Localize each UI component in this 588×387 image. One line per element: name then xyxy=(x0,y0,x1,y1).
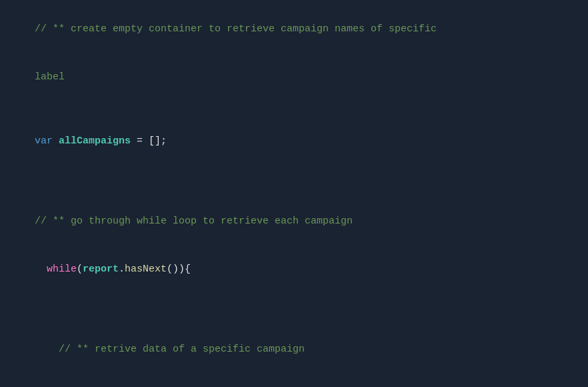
empty-line-9 xyxy=(0,294,588,310)
code-line-1: // ** create empty container to retrieve… xyxy=(0,5,588,53)
punct-open-paren: ( xyxy=(77,264,83,275)
code-editor: // ** create empty container to retrieve… xyxy=(0,0,588,387)
comment-text: // ** create empty container to retrieve… xyxy=(35,23,437,35)
empty-line-10 xyxy=(0,310,588,326)
comment-while-loop: // ** go through while loop to retrieve … xyxy=(35,216,353,227)
method-hasnext: hasNext xyxy=(125,264,167,275)
punct-parens: ()){ xyxy=(167,264,191,275)
empty-line-3 xyxy=(0,101,588,117)
report-obj: report xyxy=(83,264,119,275)
code-line-12: var row = report.next(); xyxy=(0,374,588,387)
empty-line-6 xyxy=(0,181,588,198)
punct-dot: . xyxy=(119,264,125,275)
var-allcampaigns: allCampaigns xyxy=(59,135,131,147)
punct-equals: = []; xyxy=(131,135,167,147)
keyword-while: while xyxy=(35,264,77,275)
comment-label: label xyxy=(35,71,65,83)
comment-retrive: // ** retrive data of a specific campaig… xyxy=(35,344,305,355)
code-line-2: label xyxy=(0,53,588,101)
code-line-4: var allCampaigns = []; xyxy=(0,117,588,165)
code-line-8: while(report.hasNext()){ xyxy=(0,246,588,294)
code-line-7: // ** go through while loop to retrieve … xyxy=(0,198,588,246)
code-line-11: // ** retrive data of a specific campaig… xyxy=(0,326,588,374)
keyword-var: var xyxy=(35,135,59,147)
empty-line-5 xyxy=(0,165,588,181)
